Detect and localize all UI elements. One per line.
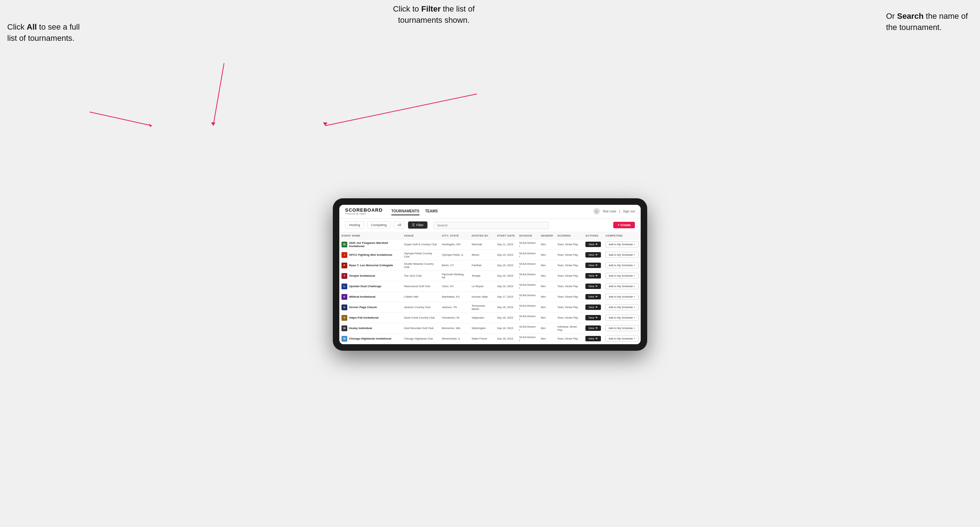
eye-icon: 👁 <box>595 306 598 309</box>
team-logo: V <box>342 315 347 321</box>
cell-hosted: Tennessee-Martin <box>469 302 495 313</box>
add-to-schedule-button[interactable]: Add to My Schedule + <box>605 325 638 331</box>
cell-competing: Add to My Schedule + <box>603 302 641 313</box>
cell-division: NCAA Division I <box>517 271 539 281</box>
view-button[interactable]: View 👁 <box>585 263 601 268</box>
logo-sub: Powered by clippd <box>345 213 383 215</box>
view-button[interactable]: View 👁 <box>585 305 601 310</box>
cell-venue: Olympia Fields Country Club <box>402 249 440 260</box>
tab-competing[interactable]: Competing <box>367 221 391 229</box>
event-name-text: Wildcat Invitational <box>349 295 375 298</box>
cell-date: Sep 18, 2023 <box>495 323 517 333</box>
cell-date: Sep 17, 2023 <box>495 292 517 302</box>
event-name-text: Upstate Dual Challenge <box>349 285 381 288</box>
cell-gender: Men <box>539 260 555 271</box>
cell-division: NCAA Division I <box>517 302 539 313</box>
cell-event-name: W Husky Individual <box>339 323 402 333</box>
sign-out-link[interactable]: Sign out <box>623 210 635 213</box>
cell-competing: Add to My Schedule + <box>603 313 641 323</box>
cell-event-name: K Wildcat Invitational <box>339 292 402 302</box>
cell-actions: View 👁 <box>583 249 603 260</box>
eye-icon: 👁 <box>595 274 598 278</box>
event-name-text: Temple Invitational <box>349 274 375 278</box>
annotation-topleft: Click All to see a full list of tourname… <box>7 22 87 44</box>
eye-icon: 👁 <box>595 285 598 288</box>
cell-hosted: Valparaiso <box>469 313 495 323</box>
team-logo: F <box>342 263 347 268</box>
tablet-frame: SCOREBOARD Powered by clippd TOURNAMENTS… <box>333 198 647 351</box>
cell-city: Victor, NY <box>440 281 470 292</box>
add-to-schedule-button[interactable]: Add to My Schedule + <box>605 252 638 258</box>
view-button[interactable]: View 👁 <box>585 284 601 289</box>
add-to-schedule-button[interactable]: Add to My Schedule + <box>605 283 638 289</box>
add-to-schedule-button[interactable]: Add to My Schedule + <box>605 241 638 248</box>
app-header: SCOREBOARD Powered by clippd TOURNAMENTS… <box>339 205 641 219</box>
eye-icon: 👁 <box>595 295 598 298</box>
view-button[interactable]: View 👁 <box>585 315 601 321</box>
cell-scoring: Team, Stroke Play <box>555 302 584 313</box>
tab-all[interactable]: All <box>393 221 405 229</box>
add-to-schedule-button[interactable]: Add to My Schedule + <box>605 336 638 342</box>
filter-button[interactable]: ☰ Filter <box>408 221 428 229</box>
cell-competing: Add to My Schedule + <box>603 292 641 302</box>
add-to-schedule-button[interactable]: Add to My Schedule + <box>605 262 638 268</box>
view-button[interactable]: View 👁 <box>585 252 601 257</box>
cell-division: NCAA Division I <box>517 333 539 344</box>
cell-venue: Chicago Highlands Club <box>402 333 440 344</box>
cell-hosted: Kansas State <box>469 292 495 302</box>
nav-tabs: TOURNAMENTS TEAMS <box>391 208 585 215</box>
cell-gender: Men <box>539 281 555 292</box>
cell-date: Sep 18, 2023 <box>495 313 517 323</box>
add-to-schedule-button[interactable]: Add to My Schedule + <box>605 273 638 279</box>
add-to-schedule-button[interactable]: Add to My Schedule + <box>605 294 638 300</box>
eye-icon: 👁 <box>595 327 598 330</box>
cell-city: Westchester, IL <box>440 333 470 344</box>
view-button[interactable]: View 👁 <box>585 325 601 331</box>
add-to-schedule-button[interactable]: Add to My Schedule + <box>605 304 638 310</box>
view-button[interactable]: View 👁 <box>585 242 601 247</box>
cell-actions: View 👁 <box>583 281 603 292</box>
team-logo: W <box>342 325 347 331</box>
cell-competing: Add to My Schedule + <box>603 249 641 260</box>
event-name-text: Grover Page Classic <box>349 306 377 309</box>
event-name-text: OFCC Fighting Illini Invitational <box>349 253 392 256</box>
cell-gender: Men <box>539 271 555 281</box>
cell-competing: Add to My Schedule + <box>603 239 641 249</box>
col-venue: VENUE <box>402 232 440 240</box>
nav-tab-teams[interactable]: TEAMS <box>425 208 438 215</box>
view-button[interactable]: View 👁 <box>585 273 601 278</box>
svg-line-0 <box>90 112 152 126</box>
cell-division: NCAA Division I <box>517 260 539 271</box>
cell-actions: View 👁 <box>583 292 603 302</box>
tab-hosting[interactable]: Hosting <box>345 221 364 229</box>
add-to-schedule-button[interactable]: Add to My Schedule + <box>605 314 638 321</box>
cell-date: Sep 15, 2023 <box>495 249 517 260</box>
cell-event-name: V Valpo Fall Invitational <box>339 313 402 323</box>
logo-area: SCOREBOARD Powered by clippd <box>345 208 383 215</box>
col-scoring: SCORING <box>555 232 584 240</box>
cell-scoring: Team, Stroke Play <box>555 313 584 323</box>
event-name-text: 2023 Joe Feaganes Marshall Invitational <box>349 241 400 248</box>
view-button[interactable]: View 👁 <box>585 336 601 341</box>
cell-scoring: Team, Stroke Play <box>555 292 584 302</box>
cell-scoring: Team, Stroke Play <box>555 260 584 271</box>
view-button[interactable]: View 👁 <box>585 294 601 300</box>
cell-actions: View 👁 <box>583 333 603 344</box>
filter-label: Filter <box>416 223 423 227</box>
user-name: Test User <box>603 210 616 213</box>
cell-venue: Colbert Hills <box>402 292 440 302</box>
logo-title: SCOREBOARD <box>345 208 383 213</box>
table-row: U Grover Page Classic Jackson Country Cl… <box>339 302 641 313</box>
cell-city: Huntington, WV <box>440 239 470 249</box>
cell-venue: Ravenwood Golf Club <box>402 281 440 292</box>
create-button[interactable]: + Create <box>613 222 635 228</box>
cell-city: Bremerton, WA <box>440 323 470 333</box>
cell-date: Sep 16, 2023 <box>495 281 517 292</box>
nav-tab-tournaments[interactable]: TOURNAMENTS <box>391 208 420 215</box>
team-logo: K <box>342 294 347 300</box>
search-input[interactable] <box>433 222 549 229</box>
cell-actions: View 👁 <box>583 313 603 323</box>
cell-event-name: U Grover Page Classic <box>339 302 402 313</box>
team-logo: U <box>342 305 347 310</box>
event-name-text: Chicago Highlands Invitational <box>349 337 391 340</box>
